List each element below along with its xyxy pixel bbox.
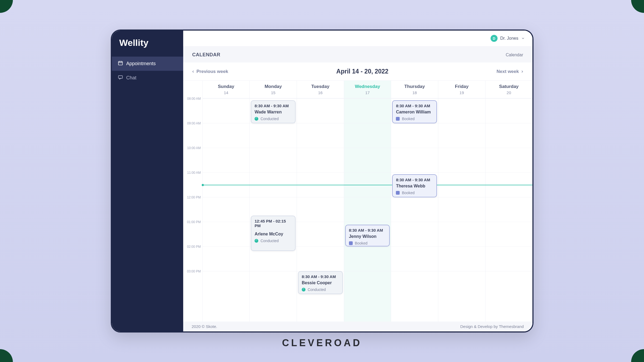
time-label: 12:00 PM bbox=[183, 195, 203, 220]
time-label: 10:00 AM bbox=[183, 146, 203, 171]
chevron-right-icon bbox=[520, 70, 524, 73]
sidebar-item-label: Appointments bbox=[126, 61, 156, 67]
chevron-down-icon bbox=[521, 36, 525, 40]
day-name: Friday bbox=[438, 84, 485, 89]
day-header: Thursday 18 bbox=[391, 81, 438, 98]
event-patient-name: Wade Warren bbox=[255, 110, 292, 114]
event-patient-name: Cameron William bbox=[396, 110, 433, 114]
day-header: Friday 19 bbox=[438, 81, 485, 98]
event-status: Booked bbox=[396, 191, 433, 195]
calendar-icon bbox=[118, 60, 123, 67]
event-patient-name: Arlene McCoy bbox=[255, 232, 292, 237]
topbar: D Dr. Jones bbox=[183, 31, 532, 46]
booked-status-icon bbox=[349, 241, 353, 245]
day-column-thursday: Thursday 18 8:30 AM - 9:30 AM Cameron Wi… bbox=[391, 81, 438, 322]
time-label: 08:00 AM bbox=[183, 97, 203, 121]
day-slots[interactable]: 8:30 AM - 9:30 AM Wade Warren Conducted … bbox=[250, 98, 297, 296]
day-number: 19 bbox=[438, 90, 485, 95]
event-status-label: Conducted bbox=[260, 117, 279, 121]
watermark: CLEVEROAD bbox=[282, 337, 362, 349]
event-status-label: Booked bbox=[402, 117, 414, 121]
event-patient-name: Jenny Wilson bbox=[349, 234, 386, 239]
next-week-label: Next week bbox=[496, 69, 519, 74]
day-name: Sunday bbox=[203, 84, 250, 89]
day-slots[interactable]: 8:30 AM - 9:30 AM Bessie Cooper Conducte… bbox=[297, 98, 344, 296]
current-time-indicator bbox=[203, 185, 532, 185]
main: D Dr. Jones CALENDAR Calendar Previous w… bbox=[183, 31, 532, 331]
day-name: Saturday bbox=[485, 84, 532, 89]
avatar: D bbox=[491, 35, 498, 42]
booked-status-icon bbox=[396, 117, 400, 121]
day-name: Thursday bbox=[391, 84, 438, 89]
day-number: 20 bbox=[485, 90, 532, 95]
time-label: 01:00 PM bbox=[183, 220, 203, 245]
event-status: Conducted bbox=[302, 287, 339, 292]
day-name: Wednesday bbox=[344, 84, 391, 89]
day-name: Tuesday bbox=[297, 84, 344, 89]
time-label: 11:00 AM bbox=[183, 171, 203, 195]
event-status: Booked bbox=[396, 117, 433, 121]
next-week-button[interactable]: Next week bbox=[496, 69, 524, 74]
day-name: Monday bbox=[250, 84, 297, 89]
conducted-status-icon bbox=[302, 288, 306, 291]
day-column-monday: Monday 15 8:30 AM - 9:30 AM Wade Warren … bbox=[249, 81, 297, 322]
appointment-event[interactable]: 8:30 AM - 9:30 AM Bessie Cooper Conducte… bbox=[298, 271, 343, 294]
previous-week-label: Previous week bbox=[197, 69, 228, 74]
day-column-wednesday: Wednesday 17 8:30 AM - 9:30 AM Jenny Wil… bbox=[344, 81, 391, 322]
day-number: 15 bbox=[250, 90, 297, 95]
appointment-event[interactable]: 8:30 AM - 9:30 AM Theresa Webb Booked bbox=[392, 174, 437, 197]
day-header: Saturday 20 bbox=[485, 81, 532, 98]
day-slots[interactable]: 8:30 AM - 9:30 AM Cameron William Booked… bbox=[391, 98, 438, 296]
day-column-sunday: Sunday 14 bbox=[203, 81, 250, 322]
app-window: Wellity AppointmentsChat D Dr. Jones CAL… bbox=[111, 29, 533, 333]
event-status: Conducted bbox=[255, 117, 292, 121]
appointment-event[interactable]: 8:30 AM - 9:30 AM Jenny Wilson Booked bbox=[345, 225, 390, 246]
conducted-status-icon bbox=[255, 239, 258, 243]
footer-right: Design & Develop by Themesbrand bbox=[460, 324, 524, 329]
appointment-event[interactable]: 8:30 AM - 9:30 AM Cameron William Booked bbox=[392, 100, 437, 123]
sidebar-item-chat[interactable]: Chat bbox=[112, 71, 183, 85]
event-status-label: Booked bbox=[355, 241, 367, 245]
event-time: 8:30 AM - 9:30 AM bbox=[255, 104, 292, 108]
svg-rect-0 bbox=[118, 61, 122, 65]
day-slots[interactable]: 8:30 AM - 9:30 AM Jenny Wilson Booked bbox=[344, 98, 391, 296]
day-column-tuesday: Tuesday 16 8:30 AM - 9:30 AM Bessie Coop… bbox=[297, 81, 344, 322]
chat-icon bbox=[118, 75, 123, 81]
booked-status-icon bbox=[396, 191, 400, 195]
time-column: 08:00 AM09:00 AM10:00 AM11:00 AM12:00 PM… bbox=[183, 81, 203, 322]
page-title: CALENDAR bbox=[192, 52, 220, 58]
time-label: 02:00 PM bbox=[183, 245, 203, 269]
week-nav: Previous week April 14 - 20, 2022 Next w… bbox=[183, 62, 532, 81]
previous-week-button[interactable]: Previous week bbox=[191, 69, 228, 74]
chevron-left-icon bbox=[191, 70, 195, 73]
day-header: Wednesday 17 bbox=[344, 81, 391, 98]
day-column-saturday: Saturday 20 bbox=[485, 81, 532, 322]
event-time: 12:45 PM - 02:15 PM bbox=[255, 219, 292, 228]
day-header: Monday 15 bbox=[250, 81, 297, 98]
footer-left: 2020 © Skote. bbox=[192, 324, 217, 329]
day-slots[interactable] bbox=[485, 98, 532, 296]
user-menu[interactable]: D Dr. Jones bbox=[491, 35, 525, 42]
sidebar: Wellity AppointmentsChat bbox=[112, 31, 183, 331]
calendar-card: Previous week April 14 - 20, 2022 Next w… bbox=[183, 62, 532, 322]
breadcrumb: Calendar bbox=[506, 53, 523, 57]
time-label: 09:00 AM bbox=[183, 121, 203, 146]
event-time: 8:30 AM - 9:30 AM bbox=[302, 274, 339, 279]
page-header: CALENDAR Calendar bbox=[183, 46, 532, 62]
event-status: Booked bbox=[349, 241, 386, 245]
svg-rect-4 bbox=[118, 76, 122, 78]
day-columns: Sunday 14 Monday 15 8:30 AM - 9:30 AM Wa… bbox=[203, 81, 532, 322]
time-label: 03:00 PM bbox=[183, 269, 203, 294]
day-column-friday: Friday 19 bbox=[438, 81, 485, 322]
day-number: 16 bbox=[297, 90, 344, 95]
appointment-event[interactable]: 12:45 PM - 02:15 PM Arlene McCoy Conduct… bbox=[251, 216, 296, 251]
appointment-event[interactable]: 8:30 AM - 9:30 AM Wade Warren Conducted bbox=[251, 100, 296, 123]
sidebar-item-label: Chat bbox=[126, 75, 137, 81]
event-status-label: Conducted bbox=[260, 239, 279, 243]
day-slots[interactable] bbox=[438, 98, 485, 296]
footer: 2020 © Skote. Design & Develop by Themes… bbox=[183, 322, 532, 331]
event-status-label: Conducted bbox=[308, 287, 326, 292]
sidebar-item-appointments[interactable]: Appointments bbox=[112, 57, 183, 71]
event-status-label: Booked bbox=[402, 191, 414, 195]
day-slots[interactable] bbox=[203, 98, 250, 296]
